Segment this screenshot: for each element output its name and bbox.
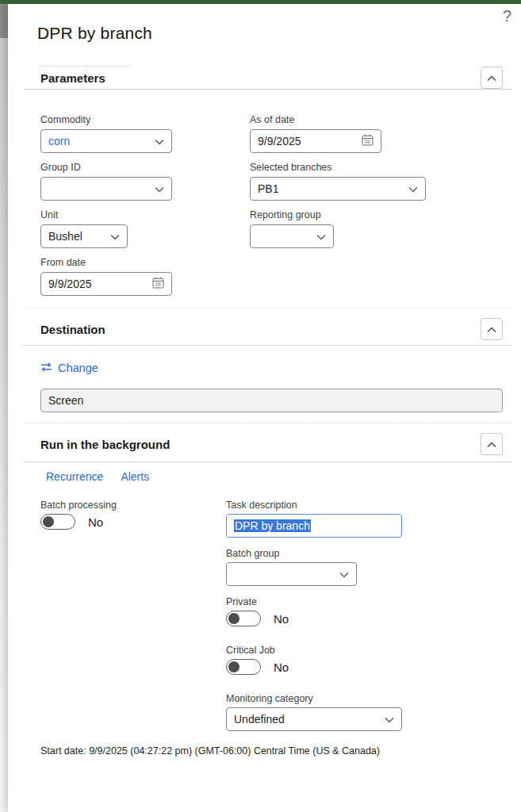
calendar-icon[interactable]: [362, 134, 374, 148]
chevron-down-icon: [155, 182, 164, 195]
parameters-section-header: Parameters: [40, 67, 503, 89]
start-date-text: Start date: 9/9/2025 (04:27:22 pm) (GMT-…: [40, 745, 503, 756]
parameters-collapse-button[interactable]: [481, 67, 503, 89]
commodity-dropdown[interactable]: corn: [40, 129, 172, 153]
chevron-up-icon: [487, 71, 496, 85]
private-state: No: [274, 612, 289, 626]
destination-top-separator: [24, 308, 511, 308]
recurrence-link[interactable]: Recurrence: [46, 470, 103, 483]
commodity-label: Commodity: [40, 113, 250, 126]
batch-processing-toggle[interactable]: [40, 514, 75, 530]
selected-branches-label: Selected branches: [250, 161, 503, 174]
batch-processing-state: No: [88, 515, 103, 529]
parameters-heading: Parameters: [40, 71, 105, 85]
unit-label: Unit: [40, 209, 250, 221]
unit-dropdown[interactable]: Bushel: [40, 224, 128, 248]
toggle-knob: [228, 613, 239, 624]
reporting-group-dropdown[interactable]: [250, 224, 334, 248]
batch-group-label: Batch group: [226, 547, 503, 560]
change-destination-link[interactable]: Change: [40, 362, 98, 374]
private-toggle[interactable]: [226, 611, 261, 626]
background-divider: [24, 462, 511, 462]
alerts-link[interactable]: Alerts: [121, 470, 149, 483]
monitoring-category-dropdown[interactable]: Undefined: [226, 707, 402, 731]
background-heading: Run in the background: [40, 438, 170, 451]
destination-section-header: Destination: [40, 318, 503, 340]
chevron-down-icon: [155, 135, 164, 147]
dialog-panel: ? DPR by branch Parameters Commodity cor…: [8, 4, 521, 812]
destination-collapse-button[interactable]: [481, 318, 503, 340]
chevron-down-icon: [408, 182, 418, 195]
calendar-icon[interactable]: [152, 277, 164, 291]
background-section-header: Run in the background: [40, 433, 503, 455]
background-top-separator: [24, 423, 511, 423]
background-page-edge: [0, 4, 8, 812]
from-date-label: From date: [40, 256, 250, 269]
as-of-date-label: As of date: [250, 113, 503, 126]
task-description-label: Task description: [226, 499, 503, 511]
toggle-knob: [228, 661, 239, 672]
chevron-down-icon: [110, 230, 120, 243]
background-fields: Batch processing No Task description DPR…: [40, 499, 503, 741]
critical-job-toggle[interactable]: [226, 659, 261, 675]
chevron-down-icon: [385, 713, 394, 726]
monitoring-category-label: Monitoring category: [226, 692, 503, 705]
batch-processing-label: Batch processing: [40, 499, 226, 511]
parameters-fields: Commodity corn As of date 9/9/2025: [40, 113, 503, 304]
as-of-date-input[interactable]: 9/9/2025: [250, 129, 381, 153]
toggle-knob: [43, 516, 54, 527]
batch-group-dropdown[interactable]: [226, 562, 357, 586]
dpr-dialog: ? DPR by branch Parameters Commodity cor…: [0, 0, 521, 812]
reporting-group-label: Reporting group: [250, 209, 503, 221]
chevron-down-icon: [339, 568, 349, 580]
task-description-input[interactable]: DPR by branch: [226, 514, 402, 538]
help-icon[interactable]: ?: [503, 7, 511, 25]
chevron-up-icon: [487, 437, 496, 451]
swap-arrows-icon: [40, 362, 52, 374]
chevron-down-icon: [316, 230, 326, 243]
group-id-dropdown[interactable]: [40, 177, 172, 201]
background-collapse-button[interactable]: [481, 433, 503, 455]
critical-job-state: No: [274, 661, 289, 674]
from-date-input[interactable]: 9/9/2025: [40, 272, 172, 296]
group-id-label: Group ID: [40, 161, 250, 174]
parameters-divider: [24, 89, 511, 90]
background-page-edge-dark: [0, 4, 8, 38]
chevron-up-icon: [487, 322, 496, 336]
private-label: Private: [226, 596, 503, 608]
background-links: Recurrence Alerts: [40, 470, 503, 483]
selected-branches-dropdown[interactable]: PB1: [250, 177, 426, 201]
destination-heading: Destination: [40, 323, 105, 336]
page-title: DPR by branch: [37, 23, 503, 44]
destination-value-field: Screen: [40, 389, 503, 412]
critical-job-label: Critical Job: [226, 644, 503, 657]
